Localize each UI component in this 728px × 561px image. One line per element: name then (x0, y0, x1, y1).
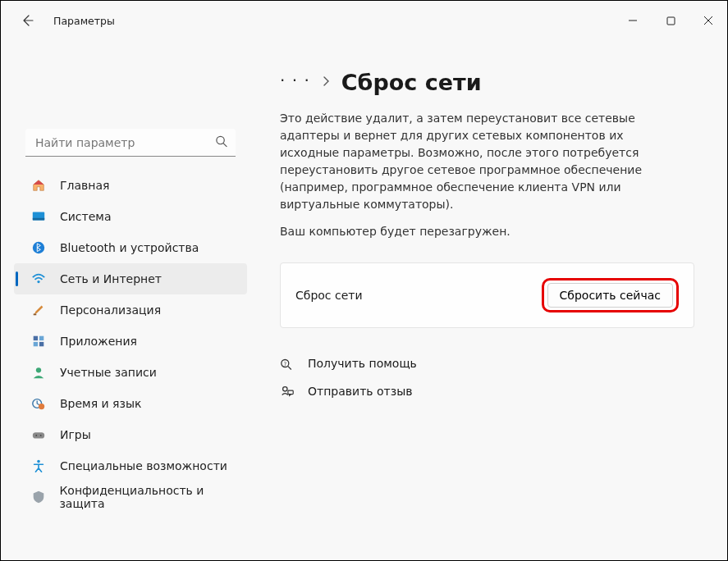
sidebar: Главная Система Bluetooth и устройства (1, 129, 257, 560)
sidebar-item-home[interactable]: Главная (14, 170, 247, 201)
shield-icon (30, 489, 46, 505)
svg-rect-9 (34, 342, 38, 346)
reset-network-card: Сброс сети Сбросить сейчас (280, 262, 694, 328)
sidebar-item-label: Персонализация (60, 303, 161, 317)
search-wrap (25, 129, 236, 157)
svg-rect-7 (34, 336, 38, 340)
minimize-icon (628, 16, 638, 25)
person-icon (30, 364, 47, 381)
sidebar-item-label: Система (60, 210, 111, 223)
main-content: · · · Сброс сети Это действие удалит, а … (257, 40, 727, 560)
sidebar-item-personalization[interactable]: Персонализация (14, 294, 247, 326)
sidebar-item-gaming[interactable]: Игры (14, 419, 247, 450)
sidebar-item-label: Bluetooth и устройства (60, 241, 199, 254)
breadcrumb-more[interactable]: · · · (280, 72, 310, 94)
help-icon: ? (280, 356, 295, 371)
sidebar-item-label: Конфиденциальность и защита (59, 484, 247, 510)
accessibility-icon (30, 458, 47, 474)
clock-globe-icon (30, 395, 47, 412)
card-label: Сброс сети (295, 289, 363, 302)
help-link-label: Получить помощь (308, 357, 417, 370)
sidebar-item-accounts[interactable]: Учетные записи (14, 357, 247, 388)
help-links: ? Получить помощь Отправить отзыв (280, 356, 694, 399)
close-button[interactable] (689, 6, 727, 35)
sidebar-item-accessibility[interactable]: Специальные возможности (14, 450, 247, 481)
sidebar-item-label: Приложения (60, 335, 137, 348)
svg-rect-8 (39, 336, 43, 340)
feedback-link[interactable]: Отправить отзыв (280, 384, 694, 399)
svg-point-20 (283, 387, 287, 391)
gamepad-icon (30, 426, 47, 443)
sidebar-item-apps[interactable]: Приложения (14, 326, 247, 357)
system-icon (30, 208, 47, 225)
search-icon (215, 135, 227, 151)
svg-point-4 (33, 242, 44, 253)
maximize-button[interactable] (652, 6, 689, 35)
svg-point-5 (37, 280, 39, 283)
bluetooth-icon (30, 239, 47, 256)
sidebar-item-label: Учетные записи (60, 366, 157, 379)
svg-rect-3 (33, 218, 44, 221)
svg-rect-6 (34, 314, 37, 316)
svg-point-11 (36, 367, 41, 372)
feedback-icon (280, 384, 295, 399)
svg-rect-14 (33, 432, 44, 438)
svg-point-13 (39, 404, 44, 409)
chevron-right-icon (322, 75, 330, 90)
search-input[interactable] (25, 129, 236, 157)
window-controls (614, 6, 727, 35)
wifi-icon (30, 271, 47, 287)
breadcrumb: · · · Сброс сети (280, 70, 694, 95)
feedback-link-label: Отправить отзыв (308, 385, 412, 398)
get-help-link[interactable]: ? Получить помощь (280, 356, 694, 371)
sidebar-item-label: Сеть и Интернет (60, 272, 162, 285)
restart-note: Ваш компьютер будет перезагружен. (280, 225, 694, 238)
page-title: Сброс сети (341, 70, 482, 95)
svg-rect-21 (288, 390, 293, 395)
sidebar-item-privacy[interactable]: Конфиденциальность и защита (14, 481, 247, 513)
window-title: Параметры (53, 15, 115, 27)
sidebar-item-bluetooth[interactable]: Bluetooth и устройства (14, 232, 247, 263)
minimize-button[interactable] (614, 6, 652, 35)
home-icon (30, 177, 47, 194)
back-button[interactable] (14, 7, 40, 34)
title-bar: Параметры (1, 1, 727, 40)
svg-rect-0 (667, 17, 675, 25)
sidebar-item-label: Время и язык (60, 397, 141, 410)
description-text: Это действие удалит, а затем переустанов… (280, 110, 682, 213)
svg-point-17 (37, 460, 40, 463)
sidebar-item-label: Главная (60, 179, 109, 192)
brush-icon (30, 302, 47, 318)
reset-now-button[interactable]: Сбросить сейчас (547, 283, 673, 308)
highlight-frame: Сбросить сейчас (542, 278, 679, 312)
svg-text:?: ? (284, 361, 286, 367)
apps-icon (30, 333, 47, 349)
sidebar-item-label: Специальные возможности (60, 459, 227, 472)
nav-list: Главная Система Bluetooth и устройства (9, 170, 252, 513)
sidebar-item-system[interactable]: Система (14, 201, 247, 232)
svg-rect-10 (39, 342, 43, 346)
svg-point-15 (35, 435, 37, 436)
svg-point-1 (217, 136, 224, 144)
svg-point-16 (40, 435, 42, 436)
maximize-icon (666, 16, 675, 25)
sidebar-item-network[interactable]: Сеть и Интернет (14, 263, 247, 294)
arrow-left-icon (21, 14, 34, 27)
close-icon (703, 16, 713, 25)
sidebar-item-label: Игры (60, 428, 91, 441)
sidebar-item-time-language[interactable]: Время и язык (14, 388, 247, 419)
